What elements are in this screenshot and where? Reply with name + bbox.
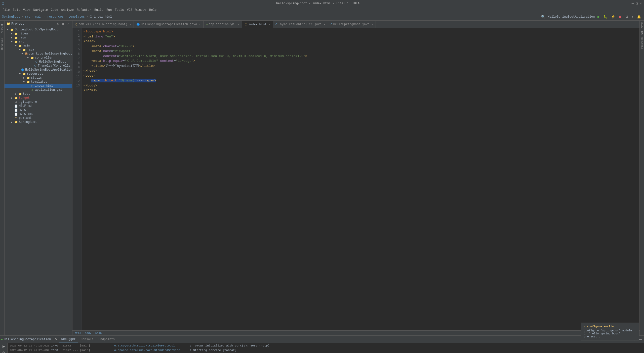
tree-static[interactable]: ▶ 📁 static bbox=[5, 76, 72, 80]
close-btn[interactable]: ✕ bbox=[640, 1, 642, 6]
menu-code[interactable]: Code bbox=[49, 8, 60, 12]
yml-tab-close[interactable]: ✕ bbox=[238, 23, 240, 26]
tree-package[interactable]: ▼ 📦 com.kcbg.hellospringboot bbox=[5, 52, 72, 56]
project-close-btn[interactable]: ✕ bbox=[66, 22, 70, 26]
structure-tool-btn[interactable]: Structure bbox=[1, 36, 4, 53]
hello-tab-close[interactable]: ✕ bbox=[372, 23, 373, 26]
tree-mvnw[interactable]: 📄 mvnw bbox=[5, 108, 72, 112]
breadcrumb-body[interactable]: body bbox=[85, 332, 91, 335]
right-tool-2[interactable]: Web bbox=[641, 30, 643, 34]
debug-tab-debugger[interactable]: Debugger bbox=[59, 336, 78, 342]
debug-button[interactable]: 🐛 bbox=[602, 14, 609, 19]
index-tab-icon: ⬡ bbox=[245, 23, 247, 26]
tree-app-class[interactable]: 🔷 HelloSpringBootApplication bbox=[5, 68, 72, 72]
tree-springboot-ext[interactable]: ▶ 📁 SpringBoot bbox=[5, 120, 72, 124]
settings-button[interactable]: ⚙ bbox=[624, 14, 629, 19]
debug-close-session[interactable]: ✕ bbox=[54, 337, 59, 342]
tree-java[interactable]: ▼ 📁 java bbox=[5, 48, 72, 52]
code-content[interactable]: <!doctype html> <html lang="en"> <head> … bbox=[82, 28, 639, 330]
tree-test-label: test bbox=[23, 92, 30, 96]
debug-tab-endpoints[interactable]: Endpoints bbox=[96, 337, 117, 342]
nav-src[interactable]: src bbox=[25, 15, 30, 19]
pom-tab-close[interactable]: ✕ bbox=[129, 23, 131, 26]
tree-help-md[interactable]: 📄 HELP.md bbox=[5, 104, 72, 108]
coverage-button[interactable]: ⚡ bbox=[610, 14, 616, 19]
nav-springboot[interactable]: SpringBoot bbox=[2, 15, 20, 19]
tree-mvn[interactable]: ▶ 📁 .mvn bbox=[5, 36, 72, 40]
index-tab-close[interactable]: ✕ bbox=[268, 23, 270, 26]
run-button[interactable]: ▶ bbox=[596, 14, 601, 19]
menu-refactor[interactable]: Refactor bbox=[75, 8, 93, 12]
breadcrumb-html[interactable]: html bbox=[74, 332, 81, 335]
tree-main[interactable]: ▼ 📁 main bbox=[5, 44, 72, 48]
title-bar-controls[interactable]: — ❐ ✕ bbox=[632, 1, 642, 6]
notifications-button[interactable]: 🔔 bbox=[636, 14, 642, 19]
menu-window[interactable]: Window bbox=[134, 8, 148, 12]
log-pid: 21872 --- [ bbox=[62, 348, 82, 352]
tree-main-label: main bbox=[23, 44, 30, 47]
right-tool-1[interactable]: Maven bbox=[641, 22, 643, 28]
menu-run[interactable]: Run bbox=[105, 8, 113, 12]
menu-help[interactable]: Help bbox=[148, 8, 158, 12]
tab-pom[interactable]: ⬡ pom.xml (hello-spring-boot) ✕ bbox=[72, 21, 134, 28]
tree-gitignore[interactable]: ⚙ .gitignore bbox=[5, 100, 72, 104]
tree-hello-spring-boot[interactable]: C HelloSpringBoot bbox=[5, 60, 72, 64]
left-tool-strip: Project Structure bbox=[0, 21, 5, 335]
tree-root[interactable]: ▼ 📁 SpringBoot G:\SpringBoot bbox=[5, 28, 72, 32]
tab-yml[interactable]: ⚙ application.yml ✕ bbox=[204, 21, 242, 28]
project-tool-btn[interactable]: Project bbox=[1, 22, 4, 35]
menu-build[interactable]: Build bbox=[93, 8, 105, 12]
project-settings-btn[interactable]: ⚙ bbox=[56, 22, 60, 26]
tree-application-yml[interactable]: ⚙ application.yml bbox=[5, 88, 72, 92]
debug-tab-console[interactable]: Console bbox=[78, 337, 96, 342]
nav-main[interactable]: main bbox=[35, 15, 43, 19]
project-layout-btn[interactable]: ≡ bbox=[61, 22, 65, 26]
stop-button[interactable]: ⏹ bbox=[618, 14, 623, 19]
log-class[interactable]: o.a.coyote.http11.Http11NioProtocol bbox=[114, 343, 190, 348]
menu-view[interactable]: View bbox=[22, 8, 32, 12]
tab-index[interactable]: ⬡ index.html ✕ bbox=[242, 21, 273, 28]
line-numbers: 1 2 3 4 5 6 7 8 9 10 11 12 13 bbox=[72, 28, 82, 330]
vcs-button[interactable]: ↑ bbox=[631, 14, 635, 19]
menu-analyze[interactable]: Analyze bbox=[60, 8, 75, 12]
editor-status-bar: html › body › span bbox=[72, 330, 639, 335]
tree-target[interactable]: ▶ 📁 target bbox=[5, 96, 72, 100]
tree-src[interactable]: ▼ 📁 src bbox=[5, 40, 72, 44]
tree-test[interactable]: ▶ 📁 test bbox=[5, 92, 72, 96]
nav-templates[interactable]: templates bbox=[68, 15, 85, 19]
tree-package-label: com.kcbg.hellospringboot bbox=[29, 52, 72, 56]
search-everywhere-btn[interactable]: 🔍 bbox=[540, 14, 546, 19]
tree-controller[interactable]: ▼ 📁 controller bbox=[5, 56, 72, 60]
tree-resources[interactable]: ▼ 📁 resources bbox=[5, 72, 72, 76]
java-file-icon: C bbox=[34, 60, 38, 63]
resume-btn[interactable]: ▶ bbox=[2, 344, 6, 349]
tree-templates[interactable]: ▼ 📁 templates bbox=[5, 80, 72, 84]
maximize-btn[interactable]: ❐ bbox=[636, 1, 638, 6]
test-folder-icon: 📁 bbox=[18, 92, 22, 96]
app-tab-close[interactable]: ✕ bbox=[199, 23, 201, 26]
tab-controller[interactable]: C ThymeleafController.java ✕ bbox=[273, 21, 328, 28]
tree-idea[interactable]: ▶ 📁 .idea bbox=[5, 32, 72, 36]
main-folder-icon: 📁 bbox=[18, 44, 22, 47]
step-over-btn[interactable]: ↷ bbox=[2, 350, 6, 353]
menu-tools[interactable]: Tools bbox=[113, 8, 126, 12]
controller-tab-close[interactable]: ✕ bbox=[324, 23, 325, 26]
tab-hello[interactable]: C HelloSpringBoot.java ✕ bbox=[328, 21, 376, 28]
menu-file[interactable]: File bbox=[1, 8, 11, 12]
menu-edit[interactable]: Edit bbox=[11, 8, 22, 12]
breadcrumb-span[interactable]: span bbox=[95, 332, 102, 335]
tree-index-html[interactable]: ⬡ index.html bbox=[5, 84, 72, 88]
code-editor[interactable]: 1 2 3 4 5 6 7 8 9 10 11 12 13 <!doctype … bbox=[72, 28, 639, 330]
right-tool-3[interactable]: Favorites bbox=[641, 36, 643, 49]
log-class[interactable]: o.apache.catalina.core.StandardService bbox=[114, 348, 190, 352]
tab-app[interactable]: 🔷 HelloSpringBootApplication.java ✕ bbox=[134, 21, 204, 28]
menu-vcs[interactable]: VCS bbox=[126, 8, 134, 12]
nav-resources[interactable]: resources bbox=[47, 15, 64, 19]
root-folder-icon: 📁 bbox=[10, 28, 14, 31]
kotlin-tooltip[interactable]: ⚠ Configure Kotlin Configure 'SpringBoot… bbox=[581, 323, 639, 340]
tree-mvnw-cmd[interactable]: 📄 mvnw.cmd bbox=[5, 112, 72, 116]
tree-thymeleaf-controller[interactable]: C ThymeleafController bbox=[5, 64, 72, 68]
menu-navigate[interactable]: Navigate bbox=[32, 8, 49, 12]
tree-pom-xml[interactable]: ⬡ pom.xml bbox=[5, 116, 72, 120]
minimize-btn[interactable]: — bbox=[632, 1, 634, 6]
